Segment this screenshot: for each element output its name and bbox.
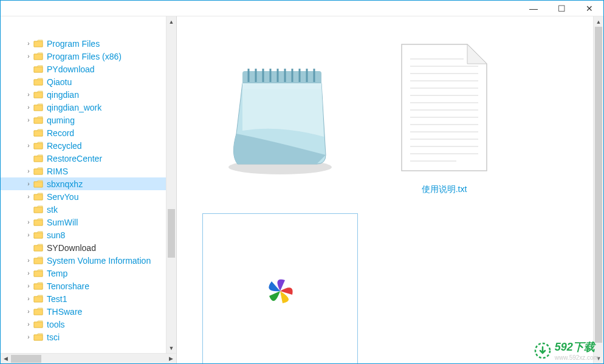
file-caption: 使用说明.txt [422,184,467,195]
folder-icon [33,282,43,290]
tree-item-label: qingdian [47,90,79,100]
tree-item[interactable]: ›PYdownload [1,63,176,75]
folder-icon [33,52,43,61]
chevron-right-icon[interactable]: › [24,257,33,264]
tree-item[interactable]: ›Program Files (x86) [1,50,176,63]
chevron-right-icon[interactable]: › [24,168,33,174]
pinwheel-icon [202,213,358,363]
chevron-right-icon[interactable]: › [24,334,33,340]
folder-tree[interactable]: ›Program Files›Program Files (x86)›PYdow… [1,16,176,343]
tree-item-label: Qiaotu [47,77,72,87]
tree-item[interactable]: ›qingdian_work [1,101,176,114]
tree-item[interactable]: ›Qiaotu [1,75,176,88]
chevron-right-icon[interactable]: › [24,180,33,187]
folder-icon [33,65,43,74]
tree-item[interactable]: ›SumWill [1,216,176,228]
scroll-down-arrow-icon[interactable]: ▼ [166,343,176,353]
folder-icon [33,39,43,48]
tree-item-label: stk [47,205,58,215]
folder-icon [33,103,43,112]
chevron-right-icon[interactable]: › [24,295,33,302]
tree-item[interactable]: ›Test1 [1,292,176,305]
tree-item-label: ServYou [47,192,78,202]
tree-item[interactable]: ›System Volume Information [1,254,176,267]
chevron-right-icon[interactable]: › [24,117,33,123]
folder-icon [33,307,43,316]
chevron-right-icon[interactable]: › [24,270,33,276]
scroll-thumb[interactable] [595,27,602,343]
notepad-icon [202,35,358,190]
files-pane: 使用说明.txt [177,16,603,363]
scroll-left-arrow-icon[interactable]: ◀ [1,354,11,363]
folder-icon [33,333,43,342]
tree-item[interactable]: ›Tenorshare [1,280,176,292]
chevron-right-icon[interactable]: › [24,104,33,111]
folder-icon [33,231,43,239]
tree-item[interactable]: ›tsci [1,331,176,343]
tree-item-label: Temp [47,269,67,278]
tree-item[interactable]: ›tools [1,318,176,331]
tree-item-label: Recycled [47,141,82,151]
chevron-right-icon[interactable]: › [24,53,33,60]
chevron-right-icon[interactable]: › [24,91,33,98]
tree-item[interactable]: ›RestoreCenter [1,152,176,165]
scroll-thumb[interactable] [11,355,41,363]
files-vertical-scrollbar[interactable]: ▲ ▼ [593,16,603,363]
chevron-right-icon[interactable]: › [24,321,33,328]
close-button[interactable]: ✕ [575,1,603,16]
tree-item[interactable]: ›Program Files [1,37,176,50]
tree-item-label: tsci [47,332,60,342]
folder-icon [33,320,43,329]
tree-item[interactable]: ›Record [1,126,176,139]
chevron-right-icon[interactable]: › [24,142,33,149]
folder-icon [33,78,43,86]
chevron-right-icon[interactable]: › [24,283,33,289]
tree-horizontal-scrollbar[interactable]: ◀ ▶ [1,353,176,363]
tree-vertical-scrollbar[interactable]: ▲ ▼ [166,16,176,353]
tree-item-label: Program Files (x86) [47,52,122,61]
tree-item[interactable]: ›Temp [1,267,176,280]
chevron-right-icon[interactable]: › [24,193,33,200]
tree-item[interactable]: ›ServYou [1,190,176,203]
chevron-right-icon[interactable]: › [24,40,33,47]
tree-item-label: PYdownload [47,64,95,74]
scroll-up-arrow-icon[interactable]: ▲ [166,16,176,27]
chevron-right-icon[interactable]: › [24,232,33,238]
tree-item[interactable]: ›sun8 [1,228,176,241]
tree-item-label: SumWill [47,218,78,227]
scroll-right-arrow-icon[interactable]: ▶ [166,354,176,363]
tree-item-label: tools [47,320,65,329]
app-window: — ☐ ✕ ›Program Files›Program Files (x86)… [0,0,604,364]
scroll-thumb[interactable] [168,209,175,258]
tree-item[interactable]: ›stk [1,203,176,216]
tree-item[interactable]: ›SYDownload [1,241,176,254]
tree-item[interactable]: ›Recycled [1,139,176,152]
tree-item-label: RestoreCenter [47,154,102,163]
folder-icon [33,116,43,125]
folder-icon [33,218,43,227]
watermark: 592下载 www.592xz.com [534,340,599,361]
watermark-brand: 592下载 [555,341,595,353]
chevron-right-icon[interactable]: › [24,308,33,315]
tree-item-label: qingdian_work [47,103,101,112]
file-tile-app[interactable] [195,213,365,363]
folder-icon [33,91,43,99]
folder-icon [33,142,43,150]
tree-item[interactable]: ›quming [1,114,176,126]
titlebar: — ☐ ✕ [1,1,603,16]
folder-icon [33,167,43,176]
tree-item[interactable]: ›qingdian [1,88,176,101]
folder-icon [33,129,43,137]
file-tile-readme[interactable]: 使用说明.txt [383,35,505,195]
tree-item[interactable]: ›RIMS [1,165,176,177]
tree-item-label: System Volume Information [47,256,151,266]
tree-item[interactable]: ›sbxnqxhz [1,177,176,190]
folder-icon [33,256,43,265]
file-tile-notepad[interactable] [195,35,365,194]
chevron-right-icon[interactable]: › [24,219,33,225]
tree-item[interactable]: ›THSware [1,305,176,318]
scroll-up-arrow-icon[interactable]: ▲ [594,16,603,27]
minimize-button[interactable]: — [520,1,547,16]
maximize-button[interactable]: ☐ [547,1,575,16]
tree-item-label: Tenorshare [47,281,89,291]
